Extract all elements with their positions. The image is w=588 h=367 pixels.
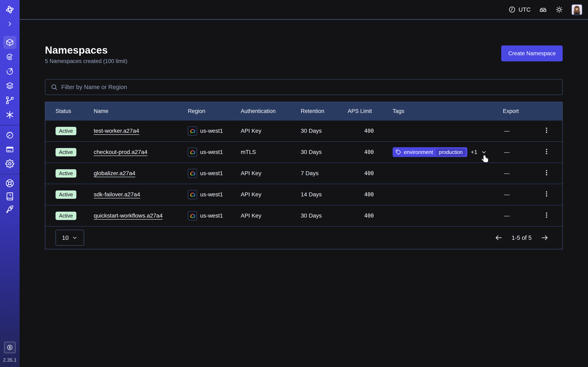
sidebar-item-getting-started[interactable] — [3, 203, 16, 216]
next-page-button[interactable] — [541, 234, 549, 242]
sidebar-nav-account — [3, 129, 16, 170]
cube-icon — [5, 38, 14, 47]
sidebar-expand-chevron-icon[interactable] — [6, 20, 14, 28]
user-avatar[interactable] — [571, 4, 582, 15]
region-label: us-west1 — [200, 212, 223, 219]
auth-value: API Key — [241, 128, 301, 134]
dollar-seal-icon: $ — [6, 343, 14, 351]
tag-key: environment — [404, 149, 433, 155]
retention-value: 7 Days — [301, 170, 348, 176]
branch-icon — [5, 96, 14, 105]
namespace-link[interactable]: checkout-prod.a27a4 — [94, 149, 147, 155]
svg-text:$: $ — [9, 346, 11, 349]
clock-icon — [509, 6, 516, 13]
row-menu-button[interactable] — [543, 191, 550, 197]
tags-expand-chevron-icon[interactable] — [481, 149, 487, 155]
sidebar-item-stacks[interactable] — [3, 79, 16, 92]
export-value: — — [503, 170, 537, 176]
sidebar-item-billing[interactable] — [3, 143, 16, 156]
sidebar-item-docs[interactable] — [3, 190, 16, 202]
sidebar-item-settings[interactable] — [3, 157, 16, 170]
sidebar-item-usage[interactable] — [3, 129, 16, 142]
column-header-retention: Retention — [301, 108, 348, 114]
table-row: Active sdk-failover.a27a4 us-west1 API K… — [45, 184, 562, 205]
aps-limit-value: 400 — [348, 170, 378, 176]
status-badge: Active — [56, 212, 76, 220]
book-sparkles-icon — [6, 192, 14, 201]
sidebar-item-workflows[interactable] — [3, 50, 16, 63]
gcp-region-icon — [188, 190, 197, 199]
app-version: 2.35.1 — [3, 357, 17, 363]
auth-value: API Key — [241, 191, 301, 198]
sidebar-item-nexus[interactable] — [3, 108, 16, 121]
tag-chip[interactable]: environment production — [393, 147, 467, 157]
retention-value: 30 Days — [301, 149, 348, 155]
namespace-link[interactable]: sdk-failover.a27a4 — [94, 191, 140, 198]
row-menu-button[interactable] — [543, 169, 550, 176]
tags-more-count: +1 — [471, 149, 477, 155]
column-header-name: Name — [94, 108, 188, 114]
sidebar-bottom: $ 2.35.1 — [3, 342, 17, 367]
rocket-icon — [5, 205, 14, 214]
temporal-logo[interactable] — [5, 4, 15, 15]
filter-bar — [45, 79, 563, 95]
sidebar: $ 2.35.1 — [0, 0, 20, 367]
export-value: — — [503, 128, 537, 134]
namespaces-table: Status Name Region Authentication Retent… — [45, 102, 563, 249]
page-title: Namespaces — [45, 44, 127, 56]
table-row: Active globalizer.a27a4 us-west1 API Key… — [45, 162, 562, 184]
theme-toggle-button[interactable] — [555, 6, 563, 13]
retention-value: 14 Days — [301, 191, 348, 198]
sidebar-item-namespaces[interactable] — [3, 36, 16, 49]
aps-limit-value: 400 — [348, 128, 378, 134]
prev-page-button[interactable] — [494, 234, 503, 242]
glasses-icon — [539, 6, 547, 13]
filter-input[interactable] — [61, 84, 557, 91]
column-header-region: Region — [188, 108, 241, 114]
export-value: — — [503, 191, 537, 198]
namespace-link[interactable]: quickstart-workflows.a27a4 — [94, 212, 163, 219]
status-badge: Active — [56, 148, 76, 156]
column-header-authentication: Authentication — [241, 108, 301, 114]
create-namespace-button[interactable]: Create Namespace — [501, 45, 563, 61]
timezone-selector[interactable]: UTC — [509, 6, 531, 13]
data-encoder-button[interactable] — [539, 6, 547, 13]
page-size-select[interactable]: 10 — [56, 230, 84, 246]
sidebar-item-deployments[interactable] — [3, 94, 16, 107]
timer-icon — [5, 67, 14, 76]
row-menu-button[interactable] — [543, 148, 550, 155]
chevron-down-icon — [72, 235, 78, 241]
gcp-region-icon — [188, 211, 197, 220]
aps-limit-value: 400 — [348, 213, 378, 219]
pagination: 1-5 of 5 — [494, 234, 549, 242]
main-content: Namespaces 5 Namespaces created (100 lim… — [20, 44, 588, 249]
lifebuoy-icon — [6, 179, 14, 188]
region-label: us-west1 — [200, 191, 223, 198]
aps-limit-value: 400 — [348, 149, 378, 155]
namespace-link[interactable]: test-worker.a27a4 — [94, 128, 139, 134]
row-menu-button[interactable] — [543, 127, 550, 134]
sidebar-nav-primary — [3, 36, 16, 121]
namespace-link[interactable]: globalizer.a27a4 — [94, 170, 135, 176]
sidebar-divider — [0, 125, 20, 125]
page-size-value: 10 — [62, 234, 69, 241]
credits-badge-button[interactable]: $ — [4, 342, 16, 353]
aps-limit-value: 400 — [348, 192, 378, 198]
table-footer: 10 1-5 of 5 — [45, 226, 562, 249]
retention-value: 30 Days — [301, 212, 348, 219]
mouse-cursor — [481, 155, 489, 164]
gauge-icon — [5, 131, 14, 140]
sun-icon — [555, 6, 563, 13]
tag-value: production — [436, 148, 466, 156]
region-label: us-west1 — [200, 170, 223, 176]
page-subtitle: 5 Namespaces created (100 limit) — [45, 58, 127, 64]
row-menu-button[interactable] — [543, 212, 550, 218]
column-header-tags: Tags — [378, 108, 503, 114]
table-row: Active quickstart-workflows.a27a4 us-wes… — [45, 205, 562, 226]
orbit-eye-icon — [5, 52, 14, 61]
sidebar-item-support[interactable] — [3, 177, 16, 189]
sidebar-item-schedules[interactable] — [3, 65, 16, 78]
table-row: Active test-worker.a27a4 us-west1 API Ke… — [45, 120, 562, 141]
gcp-region-icon — [188, 148, 197, 157]
layers-icon — [5, 81, 14, 90]
